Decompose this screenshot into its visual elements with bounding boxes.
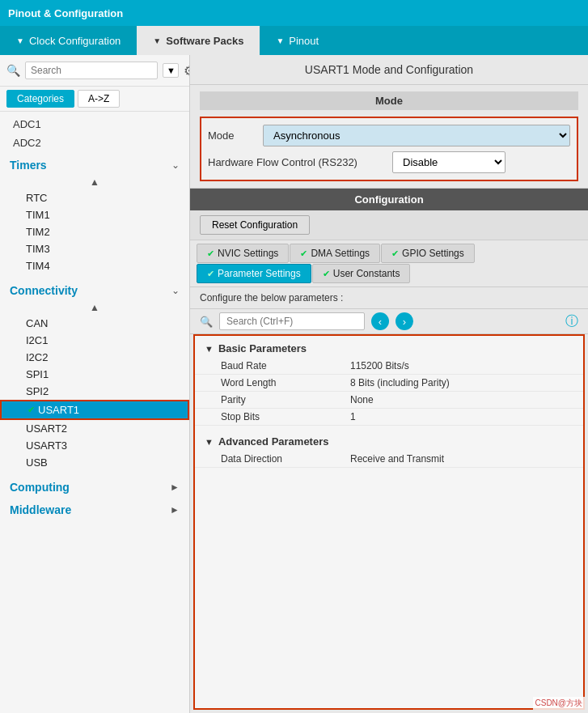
basic-expand-icon: ▼ — [205, 344, 214, 354]
sidebar-item-tim4[interactable]: TIM4 — [0, 257, 189, 274]
tab-dma-settings[interactable]: ✔ DMA Settings — [290, 244, 380, 263]
baud-rate-value: 115200 Bits/s — [350, 360, 409, 371]
word-length-label: Word Length — [221, 377, 350, 388]
config-section: Configuration Reset Configuration ✔ NVIC… — [190, 189, 588, 713]
tab-clock[interactable]: ▼ Clock Configuration — [0, 26, 137, 55]
data-direction-label: Data Direction — [221, 453, 350, 465]
basic-params-group: ▼ Basic Parameters Baud Rate 115200 Bits… — [195, 336, 583, 429]
param-row-parity: Parity None — [195, 392, 583, 409]
basic-params-label: Basic Parameters — [218, 342, 307, 354]
advanced-params-header[interactable]: ▼ Advanced Parameters — [195, 432, 583, 451]
reset-config-button[interactable]: Reset Configuration — [200, 215, 310, 235]
tab-gpio-settings[interactable]: ✔ GPIO Settings — [381, 244, 475, 263]
caret-icon-3: ▼ — [276, 36, 284, 45]
sidebar-item-usart1[interactable]: ✔ USART1 — [0, 400, 189, 420]
sidebar-item-adc1[interactable]: ADC1 — [0, 115, 189, 134]
middleware-label: Middleware — [10, 503, 71, 516]
sidebar-section-timers[interactable]: Timers ⌄ — [0, 152, 189, 175]
dma-check-icon: ✔ — [300, 248, 307, 259]
stop-bits-value: 1 — [350, 411, 356, 422]
sidebar-item-tim2[interactable]: TIM2 — [0, 223, 189, 240]
hw-flow-select[interactable]: Disable Enable — [392, 151, 506, 173]
computing-chevron-icon: ► — [170, 482, 180, 493]
top-bar: Pinout & Configuration — [0, 0, 588, 26]
advanced-params-label: Advanced Parameters — [218, 435, 329, 448]
main-layout: 🔍 ▼ ⚙ Categories A->Z ADC1 ADC2 Timers ⌄ — [0, 55, 588, 713]
param-tab-label: Parameter Settings — [218, 268, 301, 279]
tab-categories[interactable]: Categories — [6, 90, 74, 108]
sidebar-item-rtc[interactable]: RTC — [0, 189, 189, 206]
search-input[interactable] — [25, 62, 158, 79]
advanced-expand-icon: ▼ — [205, 437, 214, 447]
param-row-data-dir: Data Direction Receive and Transmit — [195, 451, 583, 468]
info-icon[interactable]: ⓘ — [565, 313, 578, 330]
gear-icon[interactable]: ⚙ — [184, 63, 190, 79]
param-row-baud: Baud Rate 115200 Bits/s — [195, 358, 583, 375]
content-area: USART1 Mode and Configuration Mode Mode … — [190, 55, 588, 713]
caret-icon-2: ▼ — [153, 36, 161, 45]
sidebar-item-usb[interactable]: USB — [0, 454, 189, 471]
config-header: Configuration — [190, 189, 588, 210]
config-toolbar: Reset Configuration — [190, 210, 588, 240]
nvic-tab-label: NVIC Settings — [218, 248, 278, 259]
tab-nvic-settings[interactable]: ✔ NVIC Settings — [197, 244, 289, 263]
baud-rate-label: Baud Rate — [221, 360, 350, 371]
sidebar-section-connectivity[interactable]: Connectivity ⌄ — [0, 278, 189, 300]
app-title: Pinout & Configuration — [8, 7, 123, 19]
sidebar-item-usart2[interactable]: USART2 — [0, 420, 189, 437]
sidebar-item-i2c1[interactable]: I2C1 — [0, 332, 189, 349]
basic-params-header[interactable]: ▼ Basic Parameters — [195, 339, 583, 358]
dropdown-arrow-icon[interactable]: ▼ — [163, 63, 179, 78]
computing-label: Computing — [10, 481, 70, 494]
parity-value: None — [350, 394, 374, 405]
mode-row: Mode Asynchronous Disable Synchronous Si… — [208, 125, 570, 146]
data-direction-value: Receive and Transmit — [350, 453, 444, 465]
search-icon: 🔍 — [6, 64, 20, 77]
sidebar-item-tim1[interactable]: TIM1 — [0, 206, 189, 223]
sidebar-item-spi1[interactable]: SPI1 — [0, 366, 189, 383]
nav-next-button[interactable]: › — [396, 312, 413, 330]
tab-pinout[interactable]: ▼ Pinout — [260, 26, 335, 55]
timers-chevron-icon: ⌄ — [171, 159, 180, 171]
nav-prev-button[interactable]: ‹ — [371, 312, 389, 330]
config-tabs: ✔ NVIC Settings ✔ DMA Settings ✔ GPIO Se… — [190, 240, 588, 287]
sidebar-search-row: 🔍 ▼ ⚙ — [0, 55, 189, 87]
caret-icon: ▼ — [16, 36, 24, 45]
tab-software-packs-label: Software Packs — [166, 35, 243, 47]
sidebar: 🔍 ▼ ⚙ Categories A->Z ADC1 ADC2 Timers ⌄ — [0, 55, 190, 713]
parity-label: Parity — [221, 394, 350, 405]
mode-section: Mode Mode Asynchronous Disable Synchrono… — [190, 85, 588, 189]
stop-bits-label: Stop Bits — [221, 411, 350, 422]
tab-az[interactable]: A->Z — [78, 90, 120, 108]
config-search-input[interactable] — [219, 312, 365, 330]
sidebar-item-spi2[interactable]: SPI2 — [0, 383, 189, 400]
mode-select[interactable]: Asynchronous Disable Synchronous Single … — [263, 125, 570, 146]
sidebar-section-middleware[interactable]: Middleware ► — [0, 497, 189, 520]
timers-label: Timers — [10, 159, 47, 172]
sidebar-section-computing[interactable]: Computing ► — [0, 474, 189, 497]
connectivity-scroll-up[interactable]: ▲ — [0, 300, 189, 315]
mode-box: Mode Asynchronous Disable Synchronous Si… — [200, 117, 578, 181]
content-title: USART1 Mode and Configuration — [190, 55, 588, 85]
connectivity-chevron-icon: ⌄ — [171, 285, 180, 296]
sidebar-item-tim3[interactable]: TIM3 — [0, 240, 189, 257]
usart1-check-icon: ✔ — [27, 405, 35, 415]
hw-flow-row: Hardware Flow Control (RS232) Disable En… — [208, 151, 570, 173]
gpio-check-icon: ✔ — [391, 248, 399, 259]
config-desc: Configure the below parameters : — [190, 287, 588, 309]
param-row-stop: Stop Bits 1 — [195, 409, 583, 426]
tab-user-constants[interactable]: ✔ User Constants — [312, 264, 411, 283]
sidebar-item-i2c2[interactable]: I2C2 — [0, 349, 189, 366]
tab-parameter-settings[interactable]: ✔ Parameter Settings — [197, 264, 311, 283]
userconst-tab-label: User Constants — [333, 268, 400, 279]
dma-tab-label: DMA Settings — [311, 248, 370, 259]
sidebar-item-adc2[interactable]: ADC2 — [0, 134, 189, 152]
timers-scroll-up[interactable]: ▲ — [0, 175, 189, 189]
connectivity-label: Connectivity — [10, 284, 78, 297]
connectivity-items: ▲ CAN I2C1 I2C2 SPI1 SPI2 ✔ USART1 USART… — [0, 300, 189, 474]
param-row-word: Word Length 8 Bits (including Parity) — [195, 375, 583, 392]
nvic-check-icon: ✔ — [207, 248, 214, 259]
tab-software-packs[interactable]: ▼ Software Packs — [137, 26, 260, 55]
sidebar-item-can[interactable]: CAN — [0, 315, 189, 332]
sidebar-item-usart3[interactable]: USART3 — [0, 437, 189, 454]
